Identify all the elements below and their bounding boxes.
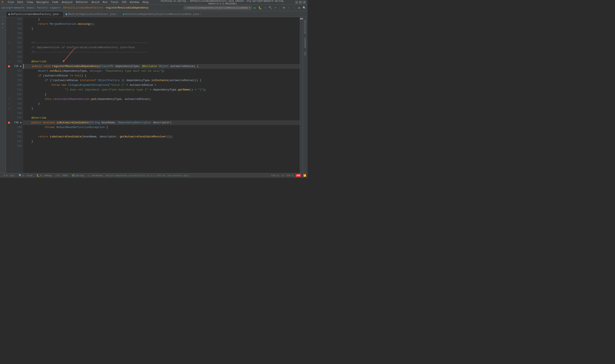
app-window: P. File Edit View Navigate Code Analyze … xyxy=(0,0,308,178)
project-panel-icon[interactable]: ✓ xyxy=(1,18,4,22)
structure-panel-icon[interactable]: ⊞ xyxy=(1,22,4,26)
stop-button[interactable]: ■ xyxy=(274,6,277,10)
linenum-716: 716 xyxy=(13,17,22,22)
gutter-730 xyxy=(6,83,12,88)
run-config-label: AnnotationDependencyInjectionResolutionD… xyxy=(187,7,248,9)
gutter-741 xyxy=(6,134,12,139)
code-line-721: //--------------------------------------… xyxy=(23,40,300,45)
linenum-719: 719 xyxy=(13,31,22,36)
linenum-734: 734 xyxy=(13,102,22,106)
gutter-720 xyxy=(6,36,12,40)
spring-tab[interactable]: 🌿 Spring xyxy=(70,173,85,178)
menu-file[interactable]: File xyxy=(6,0,15,4)
tab-close-1[interactable]: × xyxy=(59,13,61,16)
breadcrumb-method[interactable]: registerResolvableDependency xyxy=(106,6,149,9)
breadcrumb-springframework[interactable]: springframework xyxy=(1,6,24,9)
gutter-719 xyxy=(6,31,12,36)
breadcrumb-factory[interactable]: factory xyxy=(37,6,47,9)
tab-icon-2 xyxy=(66,13,67,15)
menu-help[interactable]: Help xyxy=(141,0,150,4)
menu-analyze[interactable]: Analyze xyxy=(60,0,74,4)
menu-navigate[interactable]: Navigate xyxy=(35,0,50,4)
close-button[interactable]: × xyxy=(303,1,306,4)
menu-view[interactable]: View xyxy=(26,0,34,4)
menu-tools[interactable]: Tools xyxy=(109,0,120,4)
linenum-722: 722 xyxy=(13,45,22,50)
tab-close-3[interactable]: × xyxy=(200,13,201,16)
favorites-panel-icon[interactable]: ★ xyxy=(1,26,4,30)
build-button[interactable]: 🔨 xyxy=(268,6,272,10)
run-config-selector[interactable]: ◉ AnnotationDependencyInjectionResolutio… xyxy=(184,6,252,10)
breadcrumb-class[interactable]: DefaultListableBeanFactory xyxy=(63,6,103,9)
ant-panel[interactable]: Ant xyxy=(304,50,307,57)
menu-refactor[interactable]: Refactor xyxy=(75,0,90,4)
code-line-723: //--------------------------------------… xyxy=(23,50,300,55)
tab-close-2[interactable]: × xyxy=(117,13,118,16)
debug-label: 5: Debug xyxy=(40,174,52,177)
code-line-718: } xyxy=(23,26,300,31)
menu-window[interactable]: Window xyxy=(129,0,141,4)
vcs-push-button[interactable]: ↑ xyxy=(292,6,296,10)
restfultool-panel[interactable]: RestfulTool xyxy=(304,18,307,35)
breadcrumb-beans[interactable]: beans xyxy=(27,6,34,9)
breadcrumb-support[interactable]: support xyxy=(50,6,61,9)
editor-tabs: DefaultListableBeanFactory.java × Abstra… xyxy=(0,11,308,17)
code-line-733: this . resolvableDependencies . put ( de… xyxy=(23,97,300,102)
todo-tab[interactable]: ☑ 6: TODO xyxy=(54,173,69,178)
gutter-728 xyxy=(6,73,12,78)
vcs-commit-button[interactable]: ✓ xyxy=(287,6,291,10)
vcs-update-button[interactable]: ⟳ xyxy=(282,6,286,10)
code-line-719 xyxy=(23,31,300,36)
linenum-724: 724 xyxy=(13,55,22,59)
linenum-726: 726 ● xyxy=(13,64,22,69)
code-line-726: public void registerResolvableDependency… xyxy=(23,64,300,69)
gutter-726 xyxy=(6,64,12,69)
tab-abstractapp[interactable]: AbstractApplicationContext.java × xyxy=(63,11,120,17)
code-line-731: "] does not implement specified dependen… xyxy=(23,88,300,92)
menu-vcs[interactable]: VCS xyxy=(121,0,128,4)
linenum-717: 717 xyxy=(13,22,22,26)
linenum-737: 737 xyxy=(13,116,22,120)
database-panel[interactable]: Database xyxy=(304,36,307,50)
code-line-717: return MergedAnnotation . missing (); xyxy=(23,22,300,26)
settings-button[interactable]: ⚙ xyxy=(297,6,301,10)
coverage-button[interactable]: ⚡ xyxy=(263,6,267,10)
status-right: 726:17 LF UTF-8 S中 📶 xyxy=(271,174,306,177)
side-tools-panel: RestfulTool Database Ant xyxy=(303,17,308,173)
code-line-737: @Override xyxy=(23,116,300,120)
debug-tab[interactable]: 🐛 5: Debug xyxy=(35,173,53,178)
linenum-729: 729 xyxy=(13,78,22,83)
toolbar: springframework › beans › factory › supp… xyxy=(0,5,308,11)
run-button[interactable]: ▶ xyxy=(253,6,257,10)
code-line-732: } xyxy=(23,92,300,97)
terminal-label: Terminal xyxy=(92,174,103,177)
menu-code[interactable]: Code xyxy=(51,0,60,4)
tab-defaultlistable[interactable]: DefaultListableBeanFactory.java × xyxy=(6,11,63,17)
search-everywhere-button[interactable]: 🔍 xyxy=(302,6,306,10)
linenum-739: 739 xyxy=(13,125,22,130)
find-tab[interactable]: 🔍 3: Find xyxy=(17,173,34,178)
gutter-739 xyxy=(6,125,12,130)
window-controls: − □ × xyxy=(295,1,306,4)
maximize-button[interactable]: □ xyxy=(299,1,302,4)
code-content[interactable]: } return MergedAnnotation . missing (); … xyxy=(23,17,300,173)
right-gutter[interactable] xyxy=(300,17,303,173)
code-line-729: if (!( autowiredValue instanceof ObjectF… xyxy=(23,78,300,83)
menu-edit[interactable]: Edit xyxy=(16,0,25,4)
git-tab[interactable]: ⎇ 9: Git xyxy=(1,173,16,178)
gutter-725 xyxy=(6,59,12,64)
code-line-716: } xyxy=(23,17,300,22)
line-numbers: 716 717 718 719 720 721 722 723 724 725 … xyxy=(12,17,23,173)
minimize-button[interactable]: − xyxy=(295,1,298,4)
debug-button[interactable]: 🐛 xyxy=(258,6,262,10)
tab-annotationdemo[interactable]: AnnotationDependencyInjectionResolutionD… xyxy=(120,11,204,17)
tab-icon-3 xyxy=(123,13,124,15)
menu-run[interactable]: Run xyxy=(101,0,109,4)
find-icon: 🔍 xyxy=(19,174,22,177)
run-config-icon: ◉ xyxy=(185,6,187,9)
gutter-734 xyxy=(6,102,12,106)
app-logo: P. xyxy=(2,1,5,4)
terminal-tab[interactable]: >_ Terminal xyxy=(87,173,104,178)
menu-bar: P. File Edit View Navigate Code Analyze … xyxy=(0,0,308,5)
menu-build[interactable]: Build xyxy=(90,0,101,4)
